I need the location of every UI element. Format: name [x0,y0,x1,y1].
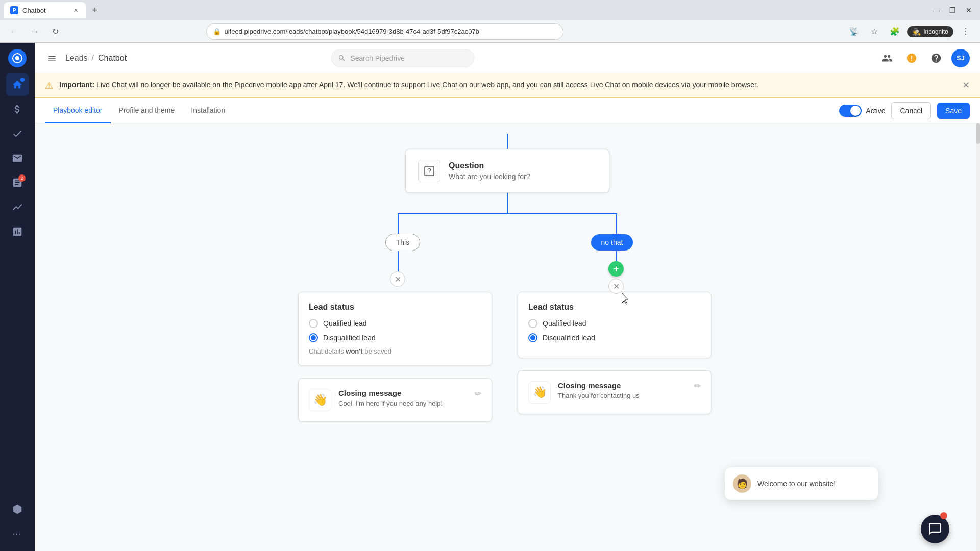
sidebar-item-activities[interactable] [6,122,29,145]
chat-bubble-notification-dot [940,512,947,519]
menu-toggle[interactable] [45,51,59,65]
browser-menu-icon[interactable]: ⋮ [958,23,974,40]
top-bar-actions: SJ [878,49,970,67]
url-display: uifeed.pipedrive.com/leads/chatbot/playb… [224,28,479,35]
question-node[interactable]: ? Question What are you looking for? [405,149,609,193]
lead-status-card-right[interactable]: Lead status Qualified lead Disqualified … [518,292,712,358]
qualified-lead-right[interactable]: Qualified lead [528,319,701,328]
user-avatar[interactable]: SJ [951,49,970,67]
choices-row: This no that [298,234,717,251]
right-choice-bubble[interactable]: no that [591,234,633,251]
disqualified-radio-right[interactable] [528,333,537,342]
forward-button[interactable]: → [27,23,43,40]
active-label: Active [866,107,885,115]
sidebar: 2 ●●● [0,43,35,551]
qualified-label-right: Qualified lead [543,319,586,328]
active-toggle-wrap: Active [839,105,885,117]
left-choice-bubble[interactable]: This [385,234,420,251]
browser-tab[interactable]: P Chatbot ✕ [4,2,86,18]
address-bar[interactable]: 🔒 uifeed.pipedrive.com/leads/chatbot/pla… [206,23,564,40]
editor-canvas: ? Question What are you looking for? [35,123,980,432]
sidebar-item-leads[interactable]: 2 [6,171,29,194]
question-node-subtitle: What are you looking for? [449,172,597,181]
refresh-button[interactable]: ↻ [47,23,63,40]
alert-close-button[interactable]: ✕ [962,80,970,91]
bookmark-icon[interactable]: ☆ [866,23,883,40]
leads-badge: 2 [18,174,26,182]
lead-status-card-left[interactable]: Lead status Qualified lead Disqualified … [298,292,492,366]
window-close-button[interactable]: ✕ [962,3,976,17]
chat-avatar: 🧑 [733,474,751,493]
closing-message-card-left[interactable]: 👋 Closing message Cool, I'm here if you … [298,378,492,422]
sidebar-item-deals[interactable] [6,98,29,120]
tab-installation[interactable]: Installation [183,98,233,123]
sidebar-item-products[interactable] [6,498,29,520]
left-x-button[interactable]: ✕ [390,271,405,287]
tab-bar-actions: Active Cancel Save [839,102,970,119]
new-tab-button[interactable]: + [88,3,102,17]
sidebar-item-mail[interactable] [6,147,29,169]
breadcrumb: Leads / Chatbot [65,54,127,63]
right-add-button[interactable]: + [608,261,624,277]
help-icon[interactable] [927,49,945,67]
search-bar[interactable]: Search Pipedrive [331,49,474,67]
left-choice-container: This [298,234,507,251]
right-column: Lead status Qualified lead Disqualified … [518,292,717,414]
qualified-radio-left[interactable] [309,319,318,328]
edit-icon-left[interactable]: ✏ [475,389,481,398]
disqualified-label-left: Disqualified lead [323,334,376,342]
right-choice-container: no that [507,234,717,251]
editor-area[interactable]: ? Question What are you looking for? [35,123,980,551]
right-x-button[interactable]: ✕ [608,279,624,294]
tab-title: Chatbot [22,7,46,14]
active-toggle[interactable] [839,105,862,117]
alert-body-text: Live Chat will no longer be available on… [96,81,758,89]
app-logo[interactable] [8,49,27,67]
sidebar-item-home[interactable] [6,73,29,96]
cancel-button[interactable]: Cancel [891,102,931,119]
window-restore-button[interactable]: ❐ [945,3,960,17]
disqualified-radio-left[interactable] [309,333,318,342]
edit-icon-right[interactable]: ✏ [694,381,701,391]
top-connector-line [507,134,508,149]
browser-toolbar-icons: 📡 ☆ 🧩 🕵 Incognito ⋮ [846,23,974,40]
question-node-icon: ? [418,160,440,182]
qualified-lead-left[interactable]: Qualified lead [309,319,481,328]
tab-profile-theme[interactable]: Profile and theme [111,98,183,123]
branch-connector [298,193,717,234]
extensions-icon[interactable]: 🧩 [887,23,903,40]
browser-titlebar: P Chatbot ✕ + — ❐ ✕ [0,0,980,20]
scrollbar-thumb[interactable] [976,123,980,144]
sidebar-item-reports[interactable] [6,196,29,218]
disqualified-lead-right[interactable]: Disqualified lead [528,333,701,342]
scrollbar-track[interactable] [976,123,980,551]
svg-point-1 [15,56,19,60]
lines-to-nodes: ✕ + ✕ [298,251,717,292]
breadcrumb-parent[interactable]: Leads [65,54,88,63]
sidebar-item-more[interactable]: ●●● [6,522,29,545]
qualified-radio-right[interactable] [528,319,537,328]
status-note-left: Chat details won't be saved [309,347,481,355]
svg-text:?: ? [427,167,431,175]
qualified-label-left: Qualified lead [323,319,367,328]
closing-msg-content-left: Closing message Cool, I'm here if you ne… [338,389,468,407]
notifications-icon[interactable] [902,49,921,67]
alert-banner: ⚠ Important: Live Chat will no longer be… [35,73,980,98]
closing-message-card-right[interactable]: 👋 Closing message Thank you for contacti… [518,370,712,414]
tab-playbook-editor[interactable]: Playbook editor [45,98,111,123]
chat-popup: 🧑 Welcome to our website! [725,467,878,500]
sidebar-item-insights[interactable] [6,220,29,243]
contacts-icon[interactable] [878,49,896,67]
window-minimize-button[interactable]: — [929,3,943,17]
left-v-line-2 [398,251,399,271]
sidebar-dot [20,78,24,82]
chat-bubble-container [919,510,949,541]
tab-close-button[interactable]: ✕ [71,6,80,14]
disqualified-lead-left[interactable]: Disqualified lead [309,333,481,342]
question-node-content: Question What are you looking for? [449,161,597,181]
window-controls: — ❐ ✕ [929,3,976,17]
save-button[interactable]: Save [937,103,970,119]
cast-icon[interactable]: 📡 [846,23,862,40]
closing-msg-text-left: Cool, I'm here if you need any help! [338,399,468,407]
back-button[interactable]: ← [6,23,22,40]
